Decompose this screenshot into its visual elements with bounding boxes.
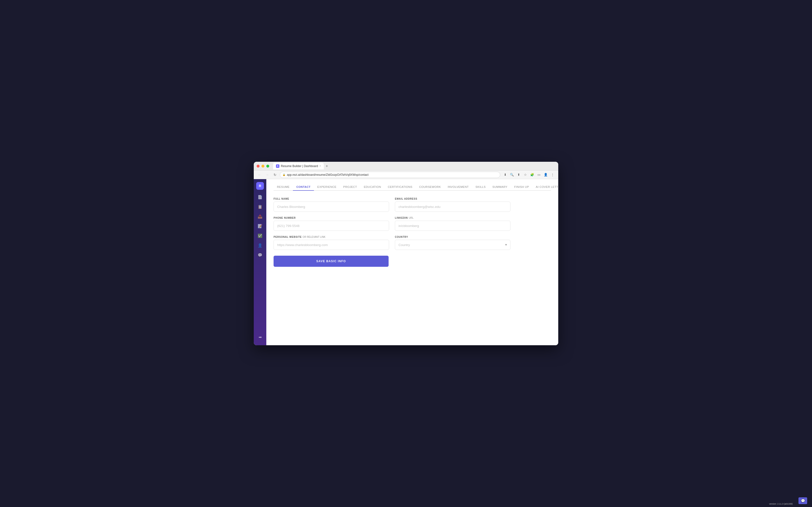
linkedin-label: LINKEDIN URL — [395, 217, 510, 219]
address-bar[interactable]: 🔒 app.rezi.ai/dashboard/resume/ZldGozpOA… — [280, 172, 500, 178]
phone-group: PHONE NUMBER — [273, 217, 389, 231]
lock-icon: 🔒 — [283, 173, 286, 176]
back-button[interactable]: ← — [257, 172, 262, 178]
nav-tabs: RESUME CONTACT EXPERIENCE PROJECT EDUCAT… — [273, 179, 551, 191]
email-input[interactable] — [395, 202, 510, 212]
tab-project[interactable]: PROJECT — [340, 183, 360, 191]
full-name-group: FULL NAME — [273, 198, 389, 212]
new-document-icon: 📄 — [258, 195, 262, 200]
email-group: EMAIL ADDRESS — [395, 198, 510, 212]
close-button[interactable] — [257, 165, 260, 168]
url-text: app.rezi.ai/dashboard/resume/ZldGozpOATs… — [287, 173, 368, 176]
bookmark-icon[interactable]: ☆ — [522, 172, 528, 178]
chat-widget-button[interactable]: 💬 — [799, 497, 807, 504]
extension-icon[interactable]: 🧩 — [529, 172, 535, 178]
sidebar-item-upload[interactable]: 📤 — [256, 212, 264, 221]
reload-button[interactable]: ↻ — [272, 172, 278, 178]
full-name-label: FULL NAME — [273, 198, 389, 200]
notes-icon: 📝 — [258, 224, 262, 228]
forward-button[interactable]: → — [264, 172, 270, 178]
sidebar-logo[interactable]: R — [256, 182, 264, 190]
version-text: version: 2.11.3 (a01339) — [769, 503, 793, 505]
tab-certifications[interactable]: CERTIFICATIONS — [385, 183, 416, 191]
minimize-button[interactable] — [261, 165, 264, 168]
share-icon[interactable]: ⬆ — [516, 172, 521, 178]
sidebar: R 📄 📋 📤 📝 ✅ 👤 💬 ➡ — [254, 179, 266, 345]
country-label: COUNTRY — [395, 236, 510, 238]
tab-close-button[interactable]: × — [319, 165, 321, 167]
linkedin-group: LINKEDIN URL — [395, 217, 510, 231]
new-tab-button[interactable]: + — [325, 164, 329, 168]
country-select-wrapper: Country United States United Kingdom Can… — [395, 240, 510, 250]
tab-summary[interactable]: SUMMARY — [489, 183, 511, 191]
contact-form: FULL NAME EMAIL ADDRESS PHONE NUMBER — [273, 198, 510, 267]
chat-sidebar-icon: 💬 — [258, 253, 262, 258]
tab-finish-up[interactable]: FINISH UP — [511, 183, 532, 191]
country-group: COUNTRY Country United States United Kin… — [395, 236, 510, 250]
phone-input[interactable] — [273, 221, 389, 231]
tab-involvement[interactable]: INVOLVEMENT — [445, 183, 472, 191]
tab-bar: R Resume Builder | Dashboard × + — [273, 163, 555, 169]
website-group: PERSONAL WEBSITE OR RELEVANT LINK — [273, 236, 389, 250]
tab-education[interactable]: EDUCATION — [360, 183, 384, 191]
sidebar-toggle-icon[interactable]: ▭ — [536, 172, 542, 178]
tab-experience[interactable]: EXPERIENCE — [314, 183, 340, 191]
menu-icon[interactable]: ⋮ — [550, 172, 555, 178]
profile-sidebar-icon: 👤 — [258, 243, 262, 248]
sidebar-item-notes[interactable]: 📝 — [256, 222, 264, 230]
website-label: PERSONAL WEBSITE OR RELEVANT LINK — [273, 236, 389, 238]
tab-skills[interactable]: SKILLS — [472, 183, 489, 191]
website-label-secondary: OR RELEVANT LINK — [303, 236, 325, 238]
phone-label: PHONE NUMBER — [273, 217, 389, 219]
content-area: RESUME CONTACT EXPERIENCE PROJECT EDUCAT… — [266, 179, 558, 345]
profile-icon[interactable]: 👤 — [543, 172, 549, 178]
maximize-button[interactable] — [266, 165, 269, 168]
check-icon: ✅ — [258, 233, 262, 238]
sidebar-item-logout[interactable]: ➡ — [256, 333, 264, 341]
sidebar-item-new-document[interactable]: 📄 — [256, 193, 264, 201]
sidebar-item-chat[interactable]: 💬 — [256, 250, 264, 259]
documents-icon: 📋 — [258, 205, 262, 209]
tab-ai-cover-letter[interactable]: AI COVER LETTER — [532, 183, 558, 191]
app-body: R 📄 📋 📤 📝 ✅ 👤 💬 ➡ — [254, 179, 558, 345]
tab-contact[interactable]: CONTACT — [293, 183, 314, 191]
browser-window: R Resume Builder | Dashboard × + ← → ↻ 🔒… — [254, 162, 558, 345]
browser-toolbar: ← → ↻ 🔒 app.rezi.ai/dashboard/resume/Zld… — [254, 170, 558, 179]
upload-icon: 📤 — [258, 214, 262, 219]
form-row-1: FULL NAME EMAIL ADDRESS — [273, 198, 510, 212]
sidebar-item-check[interactable]: ✅ — [256, 231, 264, 240]
sidebar-item-documents[interactable]: 📋 — [256, 202, 264, 211]
email-label: EMAIL ADDRESS — [395, 198, 510, 200]
tab-coursework[interactable]: COURSEWORK — [416, 183, 445, 191]
download-icon[interactable]: ⬇ — [502, 172, 508, 178]
sidebar-item-profile[interactable]: 👤 — [256, 241, 264, 249]
form-row-3: PERSONAL WEBSITE OR RELEVANT LINK COUNTR… — [273, 236, 510, 250]
tab-favicon: R — [276, 164, 280, 168]
browser-tab[interactable]: R Resume Builder | Dashboard × — [273, 163, 324, 169]
linkedin-label-secondary: URL — [409, 217, 413, 219]
chat-widget-icon: 💬 — [801, 499, 805, 503]
website-input[interactable] — [273, 240, 389, 250]
search-icon[interactable]: 🔍 — [509, 172, 515, 178]
tab-resume[interactable]: RESUME — [273, 183, 293, 191]
full-name-input[interactable] — [273, 202, 389, 212]
form-row-2: PHONE NUMBER LINKEDIN URL — [273, 217, 510, 231]
tab-title: Resume Builder | Dashboard — [281, 164, 318, 168]
linkedin-input[interactable] — [395, 221, 510, 231]
browser-titlebar: R Resume Builder | Dashboard × + — [254, 162, 558, 170]
toolbar-actions: ⬇ 🔍 ⬆ ☆ 🧩 ▭ 👤 ⋮ — [502, 172, 555, 178]
logout-icon: ➡ — [259, 335, 262, 339]
save-basic-info-button[interactable]: SAVE BASIC INFO — [273, 256, 389, 267]
country-select[interactable]: Country United States United Kingdom Can… — [395, 240, 510, 250]
